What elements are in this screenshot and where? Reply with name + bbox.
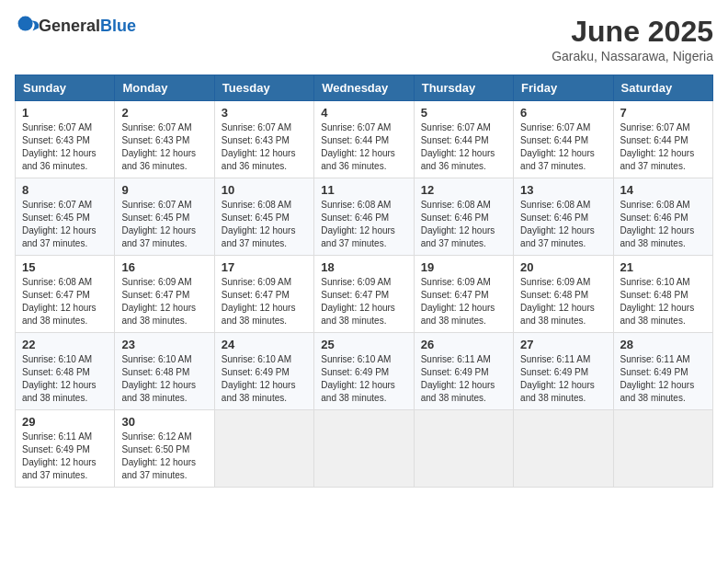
day-info: Sunrise: 6:08 AM Sunset: 6:46 PM Dayligh… <box>421 199 506 250</box>
weekday-header: Thursday <box>414 75 513 101</box>
daylight-label: Daylight: 12 hours and 37 minutes. <box>520 148 595 171</box>
daylight-label: Daylight: 12 hours and 38 minutes. <box>222 303 296 326</box>
daylight-label: Daylight: 12 hours and 38 minutes. <box>22 303 97 326</box>
day-number: 23 <box>121 338 207 351</box>
sunrise-label: Sunrise: 6:08 AM <box>321 200 391 210</box>
day-number: 15 <box>22 260 108 274</box>
calendar-cell: 28 Sunrise: 6:11 AM Sunset: 6:49 PM Dayl… <box>613 333 712 410</box>
sunrise-label: Sunrise: 6:07 AM <box>22 122 92 132</box>
day-number: 18 <box>321 260 406 274</box>
calendar-cell: 25 Sunrise: 6:10 AM Sunset: 6:49 PM Dayl… <box>314 333 414 410</box>
calendar-cell: 20 Sunrise: 6:09 AM Sunset: 6:48 PM Dayl… <box>514 256 613 333</box>
sunrise-label: Sunrise: 6:07 AM <box>520 122 590 132</box>
daylight-label: Daylight: 12 hours and 37 minutes. <box>321 225 395 248</box>
weekday-header: Wednesday <box>314 75 414 101</box>
sunrise-label: Sunrise: 6:08 AM <box>421 200 491 210</box>
calendar-cell: 10 Sunrise: 6:08 AM Sunset: 6:45 PM Dayl… <box>214 178 313 256</box>
daylight-label: Daylight: 12 hours and 36 minutes. <box>22 148 97 171</box>
day-number: 11 <box>321 183 406 197</box>
sunrise-label: Sunrise: 6:10 AM <box>121 354 191 364</box>
day-info: Sunrise: 6:10 AM Sunset: 6:48 PM Dayligh… <box>22 353 108 405</box>
day-info: Sunrise: 6:11 AM Sunset: 6:49 PM Dayligh… <box>421 353 506 405</box>
sunrise-label: Sunrise: 6:07 AM <box>121 200 191 210</box>
sunrise-label: Sunrise: 6:07 AM <box>620 122 690 132</box>
calendar-cell: 11 Sunrise: 6:08 AM Sunset: 6:46 PM Dayl… <box>314 178 414 256</box>
daylight-label: Daylight: 12 hours and 37 minutes. <box>121 225 196 248</box>
sunset-label: Sunset: 6:50 PM <box>121 444 189 454</box>
weekday-header: Saturday <box>613 75 712 101</box>
calendar-cell: 3 Sunrise: 6:07 AM Sunset: 6:43 PM Dayli… <box>214 101 313 178</box>
calendar-week-row: 29 Sunrise: 6:11 AM Sunset: 6:49 PM Dayl… <box>16 410 713 488</box>
sunset-label: Sunset: 6:49 PM <box>620 367 688 377</box>
day-info: Sunrise: 6:08 AM Sunset: 6:47 PM Dayligh… <box>22 276 108 327</box>
day-info: Sunrise: 6:07 AM Sunset: 6:43 PM Dayligh… <box>222 121 307 173</box>
calendar-cell: 1 Sunrise: 6:07 AM Sunset: 6:43 PM Dayli… <box>16 101 115 178</box>
daylight-label: Daylight: 12 hours and 38 minutes. <box>222 380 296 403</box>
location-subtitle: Garaku, Nassarawa, Nigeria <box>552 49 713 63</box>
sunset-label: Sunset: 6:44 PM <box>421 135 489 145</box>
sunrise-label: Sunrise: 6:11 AM <box>421 354 491 364</box>
calendar-week-row: 1 Sunrise: 6:07 AM Sunset: 6:43 PM Dayli… <box>16 101 713 178</box>
calendar-cell: 8 Sunrise: 6:07 AM Sunset: 6:45 PM Dayli… <box>16 178 115 256</box>
sunset-label: Sunset: 6:44 PM <box>520 135 588 145</box>
daylight-label: Daylight: 12 hours and 36 minutes. <box>222 148 296 171</box>
svg-point-0 <box>18 17 33 31</box>
calendar-table: SundayMondayTuesdayWednesdayThursdayFrid… <box>15 75 713 488</box>
day-number: 4 <box>321 106 406 120</box>
sunrise-label: Sunrise: 6:07 AM <box>222 122 291 132</box>
daylight-label: Daylight: 12 hours and 38 minutes. <box>22 380 97 403</box>
sunrise-label: Sunrise: 6:09 AM <box>520 277 590 287</box>
sunset-label: Sunset: 6:49 PM <box>520 367 588 377</box>
calendar-cell: 29 Sunrise: 6:11 AM Sunset: 6:49 PM Dayl… <box>16 410 115 488</box>
weekday-header: Sunday <box>16 75 115 101</box>
day-number: 16 <box>121 260 207 274</box>
sunset-label: Sunset: 6:45 PM <box>22 213 90 223</box>
daylight-label: Daylight: 12 hours and 37 minutes. <box>520 225 595 248</box>
day-number: 7 <box>620 106 706 120</box>
logo-icon <box>17 15 39 37</box>
day-info: Sunrise: 6:11 AM Sunset: 6:49 PM Dayligh… <box>520 353 606 405</box>
day-number: 10 <box>222 183 307 197</box>
day-info: Sunrise: 6:07 AM Sunset: 6:43 PM Dayligh… <box>22 121 108 173</box>
day-number: 3 <box>222 106 307 120</box>
sunset-label: Sunset: 6:46 PM <box>520 213 588 223</box>
day-info: Sunrise: 6:07 AM Sunset: 6:45 PM Dayligh… <box>121 199 207 250</box>
day-number: 6 <box>520 106 606 120</box>
calendar-cell: 13 Sunrise: 6:08 AM Sunset: 6:46 PM Dayl… <box>514 178 613 256</box>
calendar-cell: 17 Sunrise: 6:09 AM Sunset: 6:47 PM Dayl… <box>214 256 313 333</box>
day-number: 2 <box>121 106 207 120</box>
sunset-label: Sunset: 6:48 PM <box>620 290 688 300</box>
day-info: Sunrise: 6:07 AM Sunset: 6:44 PM Dayligh… <box>520 121 606 173</box>
day-info: Sunrise: 6:10 AM Sunset: 6:49 PM Dayligh… <box>321 353 406 405</box>
day-info: Sunrise: 6:07 AM Sunset: 6:43 PM Dayligh… <box>121 121 207 173</box>
day-info: Sunrise: 6:08 AM Sunset: 6:45 PM Dayligh… <box>222 199 307 250</box>
calendar-cell: 12 Sunrise: 6:08 AM Sunset: 6:46 PM Dayl… <box>414 178 513 256</box>
weekday-header: Friday <box>514 75 613 101</box>
calendar-cell: 16 Sunrise: 6:09 AM Sunset: 6:47 PM Dayl… <box>115 256 214 333</box>
day-number: 1 <box>22 106 108 120</box>
daylight-label: Daylight: 12 hours and 37 minutes. <box>121 457 196 480</box>
sunrise-label: Sunrise: 6:08 AM <box>620 200 690 210</box>
sunset-label: Sunset: 6:49 PM <box>22 444 90 454</box>
sunset-label: Sunset: 6:45 PM <box>222 213 290 223</box>
sunset-label: Sunset: 6:47 PM <box>222 290 290 300</box>
sunset-label: Sunset: 6:48 PM <box>520 290 588 300</box>
day-info: Sunrise: 6:11 AM Sunset: 6:49 PM Dayligh… <box>22 431 108 482</box>
day-info: Sunrise: 6:10 AM Sunset: 6:49 PM Dayligh… <box>222 353 307 405</box>
day-number: 28 <box>620 338 706 351</box>
calendar-cell: 7 Sunrise: 6:07 AM Sunset: 6:44 PM Dayli… <box>613 101 712 178</box>
sunset-label: Sunset: 6:49 PM <box>421 367 489 377</box>
day-number: 8 <box>22 183 108 197</box>
sunset-label: Sunset: 6:47 PM <box>421 290 489 300</box>
day-info: Sunrise: 6:09 AM Sunset: 6:47 PM Dayligh… <box>321 276 406 327</box>
calendar-cell: 19 Sunrise: 6:09 AM Sunset: 6:47 PM Dayl… <box>414 256 513 333</box>
day-info: Sunrise: 6:11 AM Sunset: 6:49 PM Dayligh… <box>620 353 706 405</box>
weekday-header-row: SundayMondayTuesdayWednesdayThursdayFrid… <box>16 75 713 101</box>
sunset-label: Sunset: 6:49 PM <box>222 367 290 377</box>
daylight-label: Daylight: 12 hours and 38 minutes. <box>321 303 395 326</box>
day-info: Sunrise: 6:10 AM Sunset: 6:48 PM Dayligh… <box>620 276 706 327</box>
day-info: Sunrise: 6:07 AM Sunset: 6:44 PM Dayligh… <box>620 121 706 173</box>
daylight-label: Daylight: 12 hours and 37 minutes. <box>22 225 97 248</box>
day-number: 22 <box>22 338 108 351</box>
daylight-label: Daylight: 12 hours and 37 minutes. <box>22 457 97 480</box>
